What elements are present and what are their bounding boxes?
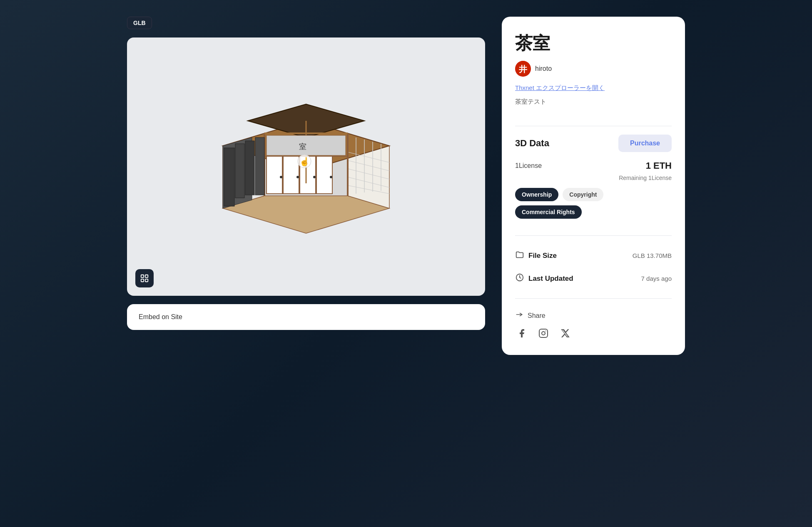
model-title: 茶室 xyxy=(515,32,672,55)
fullscreen-icon xyxy=(140,274,149,283)
social-icons xyxy=(515,327,672,340)
fullscreen-button[interactable] xyxy=(135,269,154,287)
share-label: Share xyxy=(528,312,545,320)
last-updated-row: Last Updated 7 days ago xyxy=(515,267,672,290)
svg-point-22 xyxy=(313,176,316,178)
embed-label: Embed on Site xyxy=(139,313,182,320)
svg-rect-39 xyxy=(141,279,144,282)
divider-3 xyxy=(515,298,672,299)
data-section-header: 3D Data Purchase xyxy=(515,135,672,152)
commercial-rights-badge[interactable]: Commercial Rights xyxy=(515,205,582,219)
facebook-icon[interactable] xyxy=(515,327,528,340)
svg-rect-34 xyxy=(255,137,264,195)
instagram-icon[interactable] xyxy=(537,327,550,340)
svg-rect-32 xyxy=(235,144,244,198)
last-updated-value: 7 days ago xyxy=(641,275,672,282)
ownership-badge[interactable]: Ownership xyxy=(515,188,558,201)
folder-icon xyxy=(515,250,524,261)
svg-point-46 xyxy=(545,331,546,332)
clock-icon xyxy=(515,273,524,284)
svg-rect-44 xyxy=(539,329,548,337)
file-size-row: File Size GLB 13.70MB xyxy=(515,244,672,267)
share-row: Share xyxy=(515,310,672,321)
file-size-title: File Size xyxy=(528,252,557,260)
embed-bar[interactable]: Embed on Site xyxy=(127,304,485,330)
svg-rect-40 xyxy=(145,279,148,282)
svg-rect-31 xyxy=(224,148,234,206)
avatar: 井 xyxy=(515,61,531,77)
copyright-badge[interactable]: Copyright xyxy=(563,188,603,201)
svg-text:室: 室 xyxy=(299,142,306,151)
file-size-label-group: File Size xyxy=(515,250,557,261)
data-section-title: 3D Data xyxy=(515,138,549,149)
left-panel: GLB xyxy=(127,17,485,330)
badges-row: Ownership Copyright Commercial Rights xyxy=(515,188,672,219)
svg-text:☝: ☝ xyxy=(299,157,310,167)
share-arrow-icon xyxy=(515,310,523,321)
svg-rect-37 xyxy=(141,275,144,277)
model-viewer: 室 ☝ xyxy=(127,37,485,296)
svg-point-45 xyxy=(542,332,545,335)
right-panel: 茶室 井 hiroto Thxnet エクスプローラーを開く 茶室テスト 3D … xyxy=(502,17,685,355)
twitter-x-icon[interactable] xyxy=(558,327,572,340)
svg-rect-17 xyxy=(283,156,299,194)
author-name: hiroto xyxy=(535,65,552,72)
description: 茶室テスト xyxy=(515,98,672,106)
file-size-value: GLB 13.70MB xyxy=(633,252,672,259)
svg-point-21 xyxy=(296,176,299,178)
glb-badge: GLB xyxy=(127,17,152,29)
last-updated-title: Last Updated xyxy=(528,275,573,283)
svg-rect-16 xyxy=(267,156,282,194)
divider-2 xyxy=(515,235,672,236)
license-label: 1License xyxy=(515,162,542,170)
license-row: 1License 1 ETH xyxy=(515,160,672,171)
share-section: Share xyxy=(515,307,672,340)
author-row: 井 hiroto xyxy=(515,61,672,77)
model-svg: 室 ☝ xyxy=(198,79,414,254)
model-display: 室 ☝ xyxy=(127,37,485,296)
divider-1 xyxy=(515,126,672,126)
purchase-button[interactable]: Purchase xyxy=(618,135,672,152)
svg-point-23 xyxy=(330,176,332,178)
last-updated-label-group: Last Updated xyxy=(515,273,573,284)
remaining-text: Remaining 1License xyxy=(515,175,672,181)
explorer-link[interactable]: Thxnet エクスプローラーを開く xyxy=(515,84,672,92)
svg-text:井: 井 xyxy=(519,65,528,74)
svg-rect-19 xyxy=(316,156,332,194)
svg-rect-38 xyxy=(145,275,148,277)
eth-price: 1 ETH xyxy=(646,160,672,171)
svg-rect-33 xyxy=(245,141,254,195)
svg-point-20 xyxy=(280,176,282,178)
